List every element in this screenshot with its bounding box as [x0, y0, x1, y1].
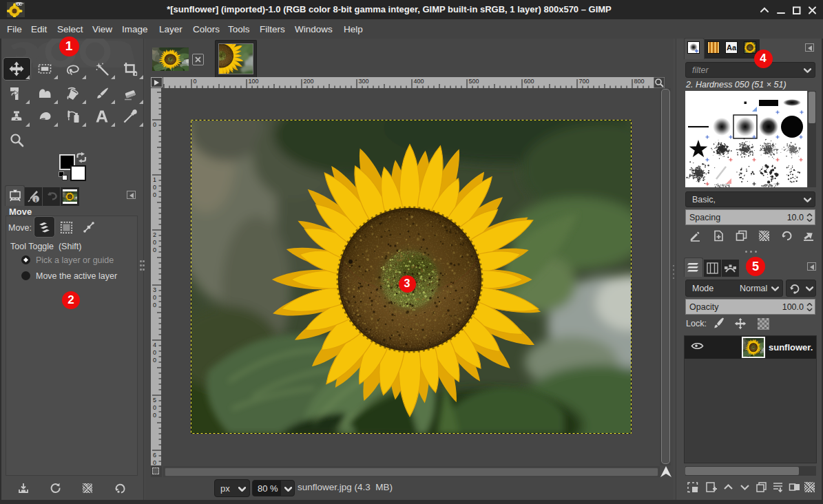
svg-text:0: 0: [194, 78, 197, 85]
svg-text:0: 0: [153, 349, 156, 356]
svg-text:0: 0: [153, 239, 156, 246]
svg-text:500: 500: [469, 78, 479, 85]
svg-text:4: 4: [153, 342, 156, 348]
svg-text:0: 0: [153, 191, 156, 198]
svg-text:0: 0: [153, 404, 156, 411]
svg-text:3: 3: [153, 286, 156, 293]
svg-text:100: 100: [249, 78, 259, 85]
svg-text:0: 0: [153, 294, 156, 301]
svg-text:0: 0: [153, 412, 156, 419]
svg-text:0: 0: [153, 184, 156, 191]
svg-text:700: 700: [579, 78, 590, 85]
svg-text:2: 2: [153, 231, 156, 238]
svg-text:200: 200: [304, 78, 314, 85]
svg-text:6: 6: [153, 452, 156, 459]
svg-text:800: 800: [634, 78, 645, 85]
svg-text:1: 1: [153, 176, 156, 183]
svg-text:600: 600: [524, 78, 534, 85]
svg-text:0: 0: [153, 302, 156, 308]
svg-text:0: 0: [153, 246, 156, 253]
svg-text:5: 5: [153, 397, 156, 403]
svg-text:0: 0: [153, 459, 156, 465]
svg-text:400: 400: [414, 78, 424, 85]
svg-text:0: 0: [153, 121, 156, 128]
svg-text:0: 0: [153, 357, 156, 364]
svg-text:300: 300: [359, 78, 369, 85]
